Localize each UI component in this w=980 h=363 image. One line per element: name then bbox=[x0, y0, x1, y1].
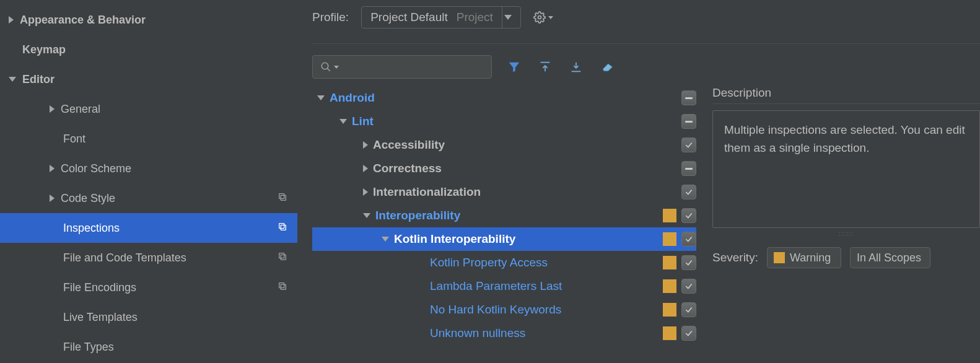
tree-row-label: Lambda Parameters Last bbox=[430, 279, 562, 293]
sidebar-item-label: Font bbox=[63, 133, 297, 146]
inspection-toolbar bbox=[312, 55, 980, 79]
severity-combo[interactable]: Warning bbox=[767, 247, 841, 268]
sidebar-item-file-and-code-templates[interactable]: File and Code Templates bbox=[0, 243, 297, 273]
tree-row[interactable]: Kotlin Property Access bbox=[312, 251, 696, 274]
inspection-checkbox[interactable] bbox=[681, 208, 696, 223]
collapse-all-button[interactable] bbox=[567, 58, 585, 76]
scope-value: In All Scopes bbox=[857, 251, 921, 265]
scope-combo[interactable]: In All Scopes bbox=[850, 247, 930, 268]
scope-copy-icon bbox=[278, 222, 287, 235]
scope-copy-icon bbox=[278, 192, 287, 205]
svg-rect-1 bbox=[279, 193, 284, 198]
filter-icon bbox=[507, 60, 521, 74]
tree-row-label: No Hard Kotlin Keywords bbox=[430, 303, 561, 317]
inspection-checkbox[interactable] bbox=[681, 232, 696, 247]
severity-swatch-icon bbox=[663, 209, 676, 222]
sidebar-item-appearance-behavior[interactable]: Appearance & Behavior bbox=[0, 5, 297, 35]
svg-point-8 bbox=[538, 16, 541, 19]
reset-button[interactable] bbox=[598, 58, 616, 76]
inspection-checkbox[interactable] bbox=[681, 326, 696, 341]
inspection-tree[interactable]: AndroidLintAccessibilityCorrectnessInter… bbox=[312, 86, 696, 363]
scope-copy-icon bbox=[278, 251, 287, 265]
svg-point-9 bbox=[322, 63, 328, 69]
inspection-checkbox[interactable] bbox=[681, 138, 696, 152]
sidebar-item-label: Appearance & Behavior bbox=[20, 14, 297, 27]
sidebar-item-code-style[interactable]: Code Style bbox=[0, 183, 297, 213]
chevron-right-icon bbox=[9, 16, 14, 24]
severity-swatch-icon bbox=[663, 232, 676, 246]
severity-swatch-icon bbox=[663, 279, 676, 293]
chevron-right-icon bbox=[363, 141, 368, 149]
settings-sidebar: Appearance & BehaviorKeymapEditorGeneral… bbox=[0, 0, 297, 363]
sidebar-item-live-templates[interactable]: Live Templates bbox=[0, 302, 297, 332]
inspection-checkbox[interactable] bbox=[681, 279, 696, 294]
sidebar-item-font[interactable]: Font bbox=[0, 124, 297, 154]
profile-gear-button[interactable] bbox=[533, 11, 559, 24]
inspection-checkbox[interactable] bbox=[681, 90, 696, 105]
inspection-checkbox[interactable] bbox=[681, 302, 696, 317]
collapse-all-icon bbox=[569, 60, 583, 74]
tree-row-controls bbox=[663, 302, 696, 317]
tree-row[interactable]: Android bbox=[312, 86, 696, 110]
sidebar-item-label: File and Code Templates bbox=[63, 251, 278, 265]
chevron-right-icon bbox=[50, 195, 55, 202]
sidebar-item-label: File Encodings bbox=[63, 281, 278, 294]
chevron-right-icon bbox=[50, 165, 55, 172]
chevron-down-icon bbox=[9, 77, 16, 82]
sidebar-item-label: Keymap bbox=[22, 43, 297, 56]
tree-row-controls bbox=[663, 326, 696, 341]
tree-row-controls bbox=[663, 208, 696, 223]
sidebar-item-editor[interactable]: Editor bbox=[0, 64, 297, 94]
sidebar-item-general[interactable]: General bbox=[0, 94, 297, 124]
tree-row-controls bbox=[681, 90, 696, 105]
severity-row: Severity: Warning In All Scopes bbox=[712, 247, 980, 268]
profile-dropdown-arrow[interactable] bbox=[502, 7, 520, 28]
chevron-right-icon bbox=[50, 105, 55, 113]
tree-row-label: Interoperability bbox=[375, 209, 460, 222]
inspection-checkbox[interactable] bbox=[681, 185, 696, 199]
chevron-down-icon bbox=[317, 95, 325, 100]
svg-rect-0 bbox=[281, 195, 286, 200]
detail-pane: Description Multiple inspections are sel… bbox=[712, 86, 980, 363]
tree-row-label: Lint bbox=[352, 115, 374, 128]
resize-grip[interactable]: ∷∷∷ bbox=[712, 230, 980, 237]
svg-rect-6 bbox=[281, 284, 286, 289]
filter-button[interactable] bbox=[505, 58, 523, 76]
profile-row: Profile: Project Default Project bbox=[312, 6, 980, 44]
tree-row[interactable]: No Hard Kotlin Keywords bbox=[312, 298, 696, 321]
tree-row[interactable]: Lambda Parameters Last bbox=[312, 274, 696, 298]
sidebar-item-inspections[interactable]: Inspections bbox=[0, 213, 297, 243]
inspection-checkbox[interactable] bbox=[681, 255, 696, 270]
tree-row[interactable]: Interoperability bbox=[312, 204, 696, 227]
sidebar-item-file-types[interactable]: File Types bbox=[0, 332, 297, 362]
sidebar-item-color-scheme[interactable]: Color Scheme bbox=[0, 154, 297, 183]
content-split: AndroidLintAccessibilityCorrectnessInter… bbox=[312, 86, 980, 363]
search-input[interactable] bbox=[312, 55, 492, 79]
chevron-down-icon bbox=[339, 119, 347, 124]
sidebar-item-file-encodings[interactable]: File Encodings bbox=[0, 273, 297, 302]
profile-value: Project Default bbox=[362, 11, 457, 24]
svg-rect-4 bbox=[281, 255, 286, 260]
tree-row-controls bbox=[663, 255, 696, 270]
main-panel: Profile: Project Default Project bbox=[297, 0, 980, 363]
sidebar-item-label: Code Style bbox=[61, 192, 278, 205]
tree-row[interactable]: Kotlin Interoperability bbox=[312, 227, 696, 251]
tree-row-label: Kotlin Property Access bbox=[430, 256, 548, 269]
sidebar-item-keymap[interactable]: Keymap bbox=[0, 35, 297, 64]
severity-label: Severity: bbox=[712, 251, 758, 265]
warning-swatch-icon bbox=[774, 252, 785, 263]
profile-combo[interactable]: Project Default Project bbox=[361, 6, 521, 28]
severity-swatch-icon bbox=[663, 303, 676, 317]
inspection-checkbox[interactable] bbox=[681, 114, 696, 129]
tree-row[interactable]: Accessibility bbox=[312, 133, 696, 157]
tree-row[interactable]: Correctness bbox=[312, 157, 696, 180]
tree-row-label: Accessibility bbox=[373, 138, 445, 152]
chevron-down-icon bbox=[382, 237, 389, 242]
sidebar-item-label: Inspections bbox=[63, 222, 278, 235]
expand-all-button[interactable] bbox=[536, 58, 554, 76]
inspection-checkbox[interactable] bbox=[681, 161, 696, 176]
sidebar-item-label: File Types bbox=[63, 341, 297, 354]
tree-row[interactable]: Unknown nullness bbox=[312, 321, 696, 345]
tree-row[interactable]: Lint bbox=[312, 110, 696, 133]
tree-row[interactable]: Internationalization bbox=[312, 180, 696, 204]
